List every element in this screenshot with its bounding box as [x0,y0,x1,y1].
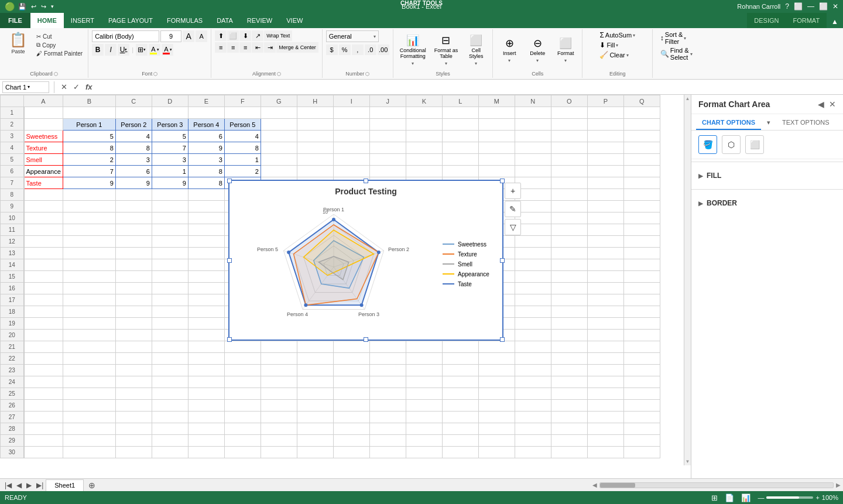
font-color-btn[interactable]: A▾ [162,44,173,56]
cell-G29[interactable] [261,435,297,447]
cell-E23[interactable] [188,365,224,376]
number-format-select[interactable]: General ▾ [326,30,379,42]
font-size-input[interactable] [160,30,181,42]
cell-A2[interactable] [24,119,63,131]
cell-Q27[interactable] [623,412,660,423]
cell-H5[interactable] [297,154,333,166]
underline-btn[interactable]: U▾ [118,44,129,56]
panel-tab-chart-options[interactable]: CHART OPTIONS [696,116,761,130]
cell-C6[interactable]: 6 [115,166,152,177]
cell-F1[interactable] [224,107,261,119]
cell-I28[interactable] [333,423,369,435]
clear-btn[interactable]: 🧹 Clear ▾ [598,50,630,60]
zoom-out-btn[interactable]: — [758,494,764,501]
cell-A13[interactable] [24,248,63,259]
chart-handle-tc[interactable] [364,179,368,183]
cell-H22[interactable] [297,353,333,365]
cell-E26[interactable] [188,400,224,412]
cell-L30[interactable] [442,447,478,458]
cell-Q10[interactable] [623,212,660,224]
panel-tab-text-options[interactable]: TEXT OPTIONS [776,116,835,130]
cell-F28[interactable] [224,423,261,435]
cell-H6[interactable] [297,166,333,177]
cell-Q17[interactable] [623,294,660,306]
cell-P30[interactable] [587,447,623,458]
close-btn[interactable]: ✕ [832,2,838,11]
cell-B1[interactable] [63,107,115,119]
cell-D19[interactable] [152,318,188,330]
cell-A7[interactable]: Taste [24,177,63,189]
cell-N26[interactable] [515,400,551,412]
cell-O28[interactable] [551,423,587,435]
cell-C26[interactable] [115,400,152,412]
cell-M4[interactable] [478,142,515,154]
cell-A30[interactable] [24,447,63,458]
cell-A12[interactable] [24,236,63,248]
cell-D21[interactable] [152,341,188,353]
sort-filter-btn[interactable]: ↕ Sort &Filter ▾ [659,30,688,46]
cell-J22[interactable] [369,353,406,365]
cell-F6[interactable]: 2 [224,166,261,177]
cell-E8[interactable] [188,189,224,201]
cell-H28[interactable] [297,423,333,435]
tab-design[interactable]: DESIGN [747,13,786,28]
cell-Q19[interactable] [623,318,660,330]
cell-A27[interactable] [24,412,63,423]
col-header-D[interactable]: D [152,95,188,107]
formula-input[interactable] [97,81,841,93]
cell-D22[interactable] [152,353,188,365]
cell-G6[interactable] [261,166,297,177]
font-dialog-icon[interactable]: ⬡ [153,71,157,77]
cell-J25[interactable] [369,388,406,400]
cell-Q4[interactable] [623,142,660,154]
copy-btn[interactable]: ⧉ Copy [35,41,84,49]
cell-P14[interactable] [587,259,623,271]
cell-F3[interactable]: 4 [224,131,261,142]
cell-J6[interactable] [369,166,406,177]
cell-N28[interactable] [515,423,551,435]
cell-O20[interactable] [551,330,587,341]
cell-N1[interactable] [515,107,551,119]
cell-D13[interactable] [152,248,188,259]
cell-O15[interactable] [551,271,587,283]
cell-K21[interactable] [406,341,442,353]
cell-I29[interactable] [333,435,369,447]
cell-B14[interactable] [63,259,115,271]
fill-section-header[interactable]: ▶ FILL [698,169,836,182]
cell-O9[interactable] [551,201,587,212]
cell-I30[interactable] [333,447,369,458]
cell-E17[interactable] [188,294,224,306]
cell-M5[interactable] [478,154,515,166]
cell-H30[interactable] [297,447,333,458]
cell-I22[interactable] [333,353,369,365]
cell-I3[interactable] [333,131,369,142]
cell-M1[interactable] [478,107,515,119]
cell-J23[interactable] [369,365,406,376]
cell-L23[interactable] [442,365,478,376]
decrease-decimal-btn[interactable]: .0 [365,44,376,55]
cell-O8[interactable] [551,189,587,201]
cell-J2[interactable] [369,119,406,131]
cell-M27[interactable] [478,412,515,423]
cell-A5[interactable]: Smell [24,154,63,166]
cell-K5[interactable] [406,154,442,166]
formula-cancel-btn[interactable]: ✕ [59,83,69,91]
add-sheet-btn[interactable]: ⊕ [85,481,99,490]
paste-btn[interactable]: 📋 Paste [4,30,33,56]
cell-B7[interactable]: 9 [63,177,115,189]
chart-styles-btn[interactable]: ✎ [505,201,521,217]
cell-O26[interactable] [551,400,587,412]
cell-A16[interactable] [24,283,63,294]
cell-L22[interactable] [442,353,478,365]
cell-B12[interactable] [63,236,115,248]
col-header-B[interactable]: B [63,95,115,107]
cell-F29[interactable] [224,435,261,447]
cell-M25[interactable] [478,388,515,400]
cell-I1[interactable] [333,107,369,119]
percent-btn[interactable]: % [339,44,351,55]
cell-E29[interactable] [188,435,224,447]
cell-P12[interactable] [587,236,623,248]
cell-E16[interactable] [188,283,224,294]
cell-D16[interactable] [152,283,188,294]
cell-N2[interactable] [515,119,551,131]
